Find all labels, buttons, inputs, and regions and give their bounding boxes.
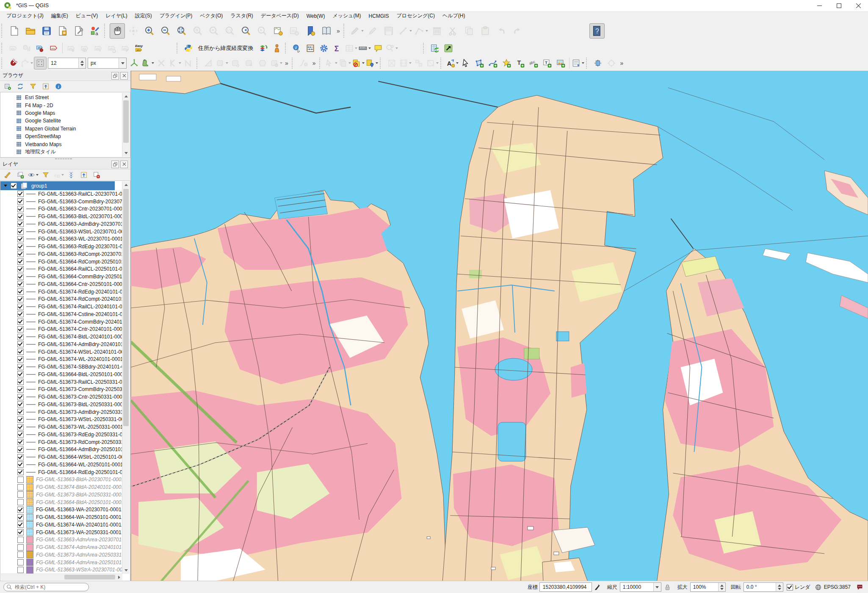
dropdown-arrow-icon[interactable] — [179, 62, 181, 64]
shape-tool-5-button[interactable] — [270, 57, 282, 69]
split-features-button[interactable] — [155, 57, 168, 69]
add-group-button[interactable] — [15, 169, 26, 180]
dropdown-arrow-icon[interactable] — [152, 62, 154, 64]
mesh-select-button[interactable] — [399, 57, 412, 69]
zoom-next-button[interactable] — [254, 23, 270, 39]
dropdown-arrow-icon[interactable] — [426, 30, 428, 32]
layer-row[interactable]: FG-GML-513674-AdmArea-20240101-0001 — [0, 543, 122, 551]
browser-item[interactable]: Google Maps — [0, 109, 130, 117]
fixed-width-button[interactable] — [592, 57, 604, 69]
pan-map-button[interactable] — [110, 23, 125, 39]
layer-checkbox[interactable] — [17, 341, 24, 347]
menu-item[interactable]: HCMGIS — [365, 12, 393, 20]
dropdown-arrow-icon[interactable] — [395, 47, 398, 49]
dropdown-arrow-icon[interactable] — [436, 62, 439, 64]
layer-checkbox[interactable] — [17, 439, 24, 445]
measure-button[interactable] — [358, 42, 371, 55]
layer-checkbox[interactable] — [17, 484, 24, 490]
layer-checkbox[interactable] — [17, 386, 24, 393]
layers-hscrollbar[interactable] — [1, 574, 122, 580]
layer-checkbox[interactable] — [17, 356, 24, 363]
layer-checkbox[interactable] — [17, 409, 24, 415]
layer-checkbox[interactable] — [17, 371, 24, 377]
toolbar-grip[interactable] — [440, 58, 444, 68]
expander-icon[interactable] — [4, 185, 7, 187]
layer-checkbox[interactable] — [17, 236, 24, 242]
layer-row[interactable]: FG-GML-513664-RdCompt-20250101-0001 — [0, 258, 122, 266]
layer-row[interactable]: FG-GML-513664-WStrL-20250101-0001 — [0, 453, 122, 461]
save-project-button[interactable] — [39, 23, 54, 39]
layer-row[interactable]: FG-GML-513664-RailCL-20250101-0001 — [0, 266, 122, 273]
render-checkbox[interactable]: レンダ — [787, 584, 810, 591]
vertex-tool-button[interactable] — [413, 23, 428, 39]
layer-row[interactable]: FG-GML-513673-Cntr-20250331-0001 — [0, 393, 122, 401]
layer-row[interactable]: FG-GML-513663-WL-20230701-0001 — [0, 236, 122, 243]
layer-row[interactable]: FG-GML-513674-BldL-20240101-0001 — [0, 333, 122, 341]
dropdown-arrow-icon[interactable] — [355, 47, 357, 49]
toolbar-grip[interactable] — [292, 58, 296, 68]
shape-tool-1-button[interactable] — [216, 57, 228, 69]
unit-combo[interactable]: px — [88, 58, 127, 69]
annotation-html-button[interactable]: T — [541, 57, 553, 69]
filter-expression-button[interactable]: ε — [53, 169, 64, 180]
toolbar-grip[interactable] — [1, 58, 5, 68]
layer-checkbox[interactable] — [17, 461, 24, 468]
dropdown-arrow-icon[interactable] — [409, 30, 412, 32]
layer-checkbox[interactable] — [17, 477, 24, 483]
snapping-button[interactable] — [7, 57, 19, 69]
layer-row[interactable]: FG-GML-513663-WStrA-20230701-0001 — [0, 566, 122, 574]
layer-row[interactable]: FG-GML-513663-RailCL-20230701-0001 — [0, 190, 122, 198]
browser-item[interactable]: OpenStreetMap — [0, 133, 130, 140]
group-checkbox[interactable] — [11, 183, 17, 189]
layer-checkbox[interactable] — [17, 296, 24, 302]
open-project-button[interactable] — [23, 23, 38, 39]
mesh-force-button[interactable] — [426, 57, 439, 69]
layer-checkbox[interactable] — [17, 551, 24, 558]
layer-row[interactable]: FG-GML-513663-RdCompt-20230701-0001 — [0, 250, 122, 258]
layer-checkbox[interactable] — [17, 521, 24, 528]
new-3d-map-view-button[interactable]: 3D — [287, 23, 302, 39]
geocode-button[interactable]: 住所から緯度経度変換 — [195, 43, 257, 54]
layer-row[interactable]: FG-GML-513664-Cntr-20250101-0001 — [0, 280, 122, 288]
layer-checkbox[interactable] — [17, 401, 24, 407]
layer-checkbox[interactable] — [17, 311, 24, 317]
layer-row[interactable]: FG-GML-513673-RdEdg-20250331-0001 — [0, 431, 122, 438]
zoom-native-button[interactable]: 1:1 — [222, 23, 238, 39]
menu-item[interactable]: ラスタ(R) — [227, 11, 257, 21]
annotation-settings-button[interactable]: A — [446, 57, 459, 69]
new-bookmark-button[interactable] — [303, 23, 318, 39]
refresh-attribute-table-button[interactable] — [428, 42, 441, 55]
scale-combo[interactable]: 1:10000 — [620, 582, 661, 592]
new-map-view-button[interactable] — [271, 23, 286, 39]
layer-checkbox[interactable] — [17, 431, 24, 438]
show-hide-labels-button[interactable]: abc — [78, 42, 91, 55]
layer-row[interactable]: FG-GML-513664-BldA-20250101-0001 — [0, 499, 122, 506]
manage-themes-button[interactable] — [28, 169, 39, 180]
pan-to-selection-button[interactable] — [126, 23, 141, 39]
layer-row[interactable]: FG-GML-513674-RailCL-20240101-0001 — [0, 303, 122, 310]
trace-tool-button[interactable] — [141, 57, 154, 69]
menu-item[interactable]: ヘルプ(H) — [439, 11, 469, 21]
copy-style-button[interactable] — [338, 57, 351, 69]
layer-row[interactable]: FG-GML-513663-Cntr-20230701-0001 — [0, 205, 122, 213]
layer-row[interactable]: FG-GML-513674-BldA-20240101-0001 — [0, 483, 122, 491]
toggle-extents-icon[interactable] — [593, 583, 602, 591]
layer-row[interactable]: FG-GML-513674-WA-20240101-0001 — [0, 521, 122, 529]
show-layout-manager-button[interactable] — [71, 23, 86, 39]
cut-features-button[interactable] — [445, 23, 461, 39]
topology-checker-button[interactable] — [20, 57, 33, 69]
new-project-button[interactable] — [7, 23, 22, 39]
toolbar-grip[interactable] — [380, 58, 384, 68]
layer-diagram-button[interactable] — [20, 42, 33, 55]
help-button[interactable]: ? — [589, 23, 605, 39]
layer-row[interactable]: FG-GML-513664-BldL-20250101-0001 — [0, 371, 122, 378]
browser-item[interactable]: Vietbando Maps — [0, 140, 130, 148]
layer-row[interactable]: FG-GML-513663-BldA-20230701-0001 — [0, 476, 122, 484]
sum-statistics-button[interactable]: Σ — [331, 42, 344, 55]
toolbar-overflow-chevron[interactable]: » — [310, 60, 318, 67]
menu-item[interactable]: Web(W) — [303, 12, 329, 20]
reshape-features-button[interactable] — [182, 57, 195, 69]
browser-item[interactable]: Mapzen Global Terrain — [0, 125, 130, 133]
menu-item[interactable]: 編集(E) — [47, 11, 72, 21]
layer-checkbox[interactable] — [17, 559, 24, 565]
